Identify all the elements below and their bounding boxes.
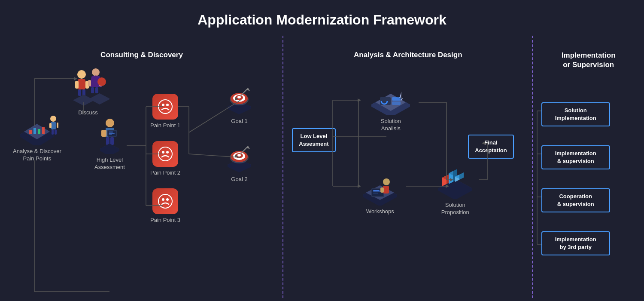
svg-point-25: [97, 77, 106, 86]
pain2-icon-box: Pain Point 2: [150, 141, 180, 177]
solution-prop-icon-box: Solution Proposition: [434, 160, 477, 216]
pain3-label: Pain Point 3: [150, 217, 180, 224]
solution-prop-svg: [434, 160, 477, 199]
pain2-svg: [158, 146, 173, 162]
high-level-label: High Level Assessment: [94, 157, 125, 171]
impl-connectors: [533, 51, 644, 298]
svg-point-43: [162, 151, 164, 154]
svg-point-41: [166, 104, 169, 106]
implementation-section: Implementation or Supervision Solution I…: [533, 36, 644, 298]
pain3-svg: [158, 194, 173, 209]
svg-rect-6: [42, 127, 45, 134]
framework-container: Consulting & Discovery: [0, 36, 644, 298]
pain3-icon-box: Pain Point 3: [150, 188, 180, 224]
svg-rect-23: [91, 87, 94, 93]
svg-marker-19: [73, 95, 94, 106]
svg-rect-36: [110, 137, 114, 145]
solution-analysis-icon-box: Solution Analisis: [367, 77, 414, 132]
svg-rect-99: [383, 186, 389, 194]
pain3-icon: [152, 188, 178, 214]
final-accept-box: Final Acceptation: [468, 135, 513, 159]
impl-3rd-label: Implementation by 3rd party: [541, 231, 610, 255]
impl-sup-box: Implementation & supervision: [541, 145, 610, 169]
svg-point-40: [162, 104, 164, 106]
svg-rect-95: [373, 190, 380, 191]
svg-point-46: [162, 198, 164, 201]
svg-rect-88: [392, 101, 401, 105]
solution-analysis-svg: [367, 77, 414, 115]
svg-point-44: [166, 151, 169, 154]
low-level-label: Low Level Assesment: [292, 128, 335, 152]
goal1-icon-box: Goal 1: [223, 83, 255, 125]
impl-sup-label: Implementation & supervision: [541, 145, 610, 169]
sol-impl-box: Solution Implementation: [541, 102, 610, 126]
consulting-header: Consulting & Discovery: [100, 51, 183, 59]
svg-rect-4: [33, 128, 36, 134]
pain1-icon-box: Pain Point 1: [150, 94, 180, 129]
svg-rect-97: [373, 193, 378, 194]
workshops-icon-box: Workshops: [356, 167, 404, 215]
goal2-icon: [223, 141, 255, 173]
svg-point-54: [237, 96, 241, 98]
svg-point-13: [77, 70, 86, 79]
svg-rect-17: [78, 89, 81, 96]
svg-point-42: [158, 147, 172, 161]
high-level-icon-box: High Level Assessment: [94, 115, 126, 171]
pain2-label: Pain Point 2: [150, 169, 180, 177]
svg-point-98: [383, 178, 390, 185]
low-level-box: Low Level Assesment: [292, 128, 335, 152]
svg-point-47: [166, 198, 169, 201]
consulting-section: Consulting & Discovery: [0, 36, 283, 298]
svg-rect-5: [38, 129, 40, 134]
workshops-label: Workshops: [366, 208, 394, 215]
analyse-icon-box: Analyse & Discover Pain Points: [13, 107, 61, 163]
svg-rect-24: [95, 87, 98, 93]
pain1-svg: [158, 99, 173, 114]
goal2-icon-box: Goal 2: [223, 141, 255, 183]
svg-rect-10: [57, 123, 58, 128]
svg-rect-32: [109, 132, 113, 132]
svg-marker-118: [358, 98, 361, 102]
goal1-icon: [223, 83, 255, 115]
svg-rect-35: [106, 137, 109, 145]
svg-rect-14: [78, 79, 85, 89]
coop-sup-box: Cooperation & supervision: [541, 188, 610, 212]
svg-rect-11: [52, 129, 54, 135]
goal1-label: Goal 1: [231, 118, 247, 125]
svg-rect-9: [49, 123, 52, 128]
solution-prop-label: Solution Proposition: [441, 202, 469, 216]
high-level-illustration: [94, 115, 126, 154]
discuss-illustration: [67, 64, 109, 107]
svg-rect-34: [109, 134, 112, 135]
svg-point-45: [158, 194, 172, 208]
coop-sup-label: Cooperation & supervision: [541, 188, 610, 212]
solution-analysis-label: Solution Analisis: [381, 118, 401, 132]
svg-rect-87: [392, 97, 401, 101]
svg-marker-26: [89, 93, 109, 104]
svg-point-63: [237, 154, 241, 157]
svg-rect-3: [29, 130, 32, 134]
discuss-icon-box: Discuss: [67, 64, 109, 117]
svg-rect-100: [380, 187, 384, 193]
analysis-section: Analysis & Architecture Design Low Level…: [283, 36, 532, 298]
page-title: Application Modernization Framework: [0, 0, 644, 36]
svg-rect-33: [109, 133, 115, 134]
svg-marker-38: [100, 144, 119, 154]
svg-point-27: [106, 119, 114, 127]
svg-point-20: [92, 68, 100, 76]
impl-3rd-box: Implementation by 3rd party: [541, 231, 610, 255]
svg-rect-12: [55, 129, 57, 135]
pain1-icon: [152, 94, 178, 120]
svg-rect-21: [88, 80, 91, 86]
workshops-svg: [356, 167, 404, 206]
svg-point-39: [158, 100, 172, 114]
goal2-label: Goal 2: [231, 176, 247, 183]
svg-point-7: [50, 116, 56, 122]
analyse-illustration: [15, 107, 58, 145]
analyse-label: Analyse & Discover Pain Points: [13, 148, 61, 163]
svg-marker-111: [459, 172, 464, 180]
goal1-svg: [223, 83, 255, 115]
svg-rect-29: [101, 130, 106, 137]
impl-header: Implementation or Supervision: [562, 51, 616, 70]
svg-rect-96: [373, 191, 382, 192]
